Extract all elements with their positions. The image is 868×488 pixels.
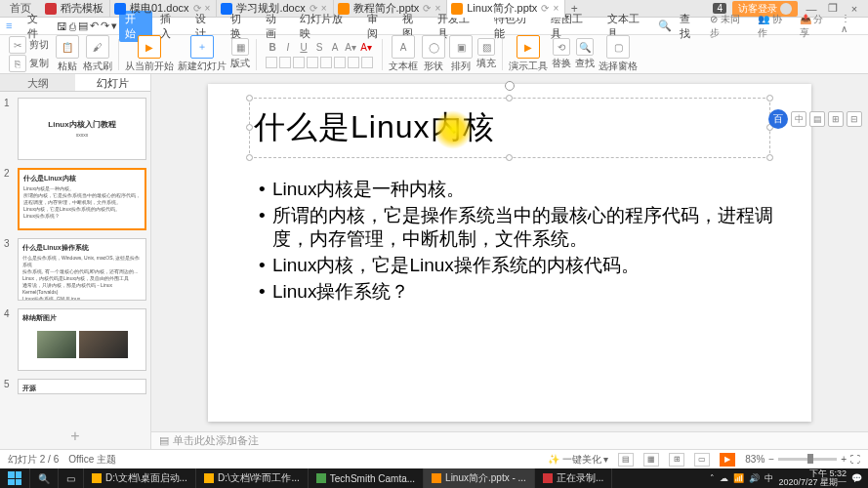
outline-tab[interactable]: 大纲	[0, 74, 75, 91]
paste-button[interactable]: 📋粘贴	[56, 35, 79, 73]
slide-canvas[interactable]: 什么是Linux内核 Linux内核是一种内核。 所谓的内核，它是操作系统当中的…	[208, 84, 811, 422]
resize-handle[interactable]	[246, 95, 253, 102]
translate-icon[interactable]: 中	[791, 111, 806, 127]
taskbar-item[interactable]: Linux简介.pptx - ...	[424, 468, 535, 488]
clock[interactable]: 下午 5:322020/7/27 星期一	[778, 469, 847, 487]
taskbar-item[interactable]: TechSmith Camta...	[309, 468, 424, 488]
normal-view-icon[interactable]: ▦	[643, 453, 659, 467]
underline-button[interactable]: U	[297, 40, 310, 54]
bold-button[interactable]: B	[266, 40, 279, 54]
show-tools-button[interactable]: ▶演示工具	[509, 35, 548, 73]
pin-icon[interactable]: ⟳	[193, 3, 201, 14]
align-left-icon[interactable]	[266, 57, 277, 68]
doctab-template[interactable]: 稻壳模板	[41, 0, 110, 18]
rotate-handle[interactable]	[505, 81, 515, 91]
taskview-icon[interactable]: ▭	[59, 468, 84, 488]
align-right-icon[interactable]	[293, 57, 305, 68]
canvas-scroll[interactable]: 什么是Linux内核 Linux内核是一种内核。 所谓的内核，它是操作系统当中的…	[151, 74, 868, 431]
doctab-4[interactable]: Linux简介.pptx⟳×	[447, 0, 565, 18]
qat-redo-icon[interactable]: ↷	[101, 20, 109, 32]
baidu-icon[interactable]: 百	[768, 109, 788, 129]
tool-icon[interactable]: ▤	[809, 111, 825, 127]
resize-handle[interactable]	[246, 154, 253, 161]
wifi-icon[interactable]: 📶	[733, 473, 744, 483]
pin-icon[interactable]: ⟳	[310, 3, 317, 14]
slide-thumb-4[interactable]: 林纳斯图片	[18, 308, 146, 371]
fit-icon[interactable]: ⛶	[850, 454, 860, 465]
slide-thumb-2[interactable]: 什么是Linux内核 Linux内核是一种内核。所谓的内核，它是操作系统当中的最…	[18, 168, 146, 230]
strike-button[interactable]: S	[312, 40, 326, 54]
bullets-icon[interactable]	[320, 57, 332, 68]
resize-handle[interactable]	[766, 154, 773, 161]
notes-pane[interactable]: ▤单击此处添加备注	[151, 431, 868, 449]
pin-icon[interactable]: ⟳	[541, 3, 549, 14]
zoom-in-icon[interactable]: +	[841, 454, 847, 465]
slide-thumb-1[interactable]: Linux内核入门教程xxxxx	[18, 98, 146, 160]
indent-dec-icon[interactable]	[348, 57, 359, 68]
system-tray[interactable]: ˄ ☁ 📶 🔊 中 下午 5:322020/7/27 星期一 💬	[710, 469, 868, 487]
volume-icon[interactable]: 🔊	[749, 473, 760, 483]
font-color-button[interactable]: A▾	[359, 40, 373, 54]
new-slide-button[interactable]: ＋新建幻灯片	[178, 35, 227, 73]
search-icon-taskbar[interactable]: 🔍	[30, 468, 59, 488]
search-icon[interactable]: 🔍	[658, 20, 672, 32]
resize-handle[interactable]	[766, 95, 773, 102]
share-button[interactable]: 📤 分享	[800, 13, 834, 40]
layout-button[interactable]: ▦版式	[230, 38, 250, 70]
font-size-button[interactable]: A	[328, 40, 342, 54]
zoom-control[interactable]: 83% − + ⛶	[745, 454, 860, 465]
replace-button[interactable]: ⟲替换	[552, 38, 571, 70]
start-button[interactable]	[0, 468, 30, 488]
sorter-view-icon[interactable]: ⊞	[669, 453, 684, 467]
title-placeholder[interactable]: 什么是Linux内核	[249, 98, 770, 158]
slide-thumb-5[interactable]: 开源	[18, 379, 146, 394]
close-icon[interactable]: ×	[205, 3, 211, 14]
reading-view-icon[interactable]: ▭	[694, 453, 710, 467]
notes-view-icon[interactable]: ▤	[618, 453, 634, 467]
select-pane-button[interactable]: ▢选择窗格	[599, 35, 638, 73]
sync-status[interactable]: ⊘ 未同步	[710, 13, 750, 40]
fill-button[interactable]: ▨填充	[476, 38, 496, 70]
qat-save-icon[interactable]: 🖫	[57, 20, 67, 32]
qat-preview-icon[interactable]: ▤	[78, 20, 88, 32]
close-icon[interactable]: ×	[434, 3, 440, 14]
bullet-item[interactable]: 所谓的内核，它是操作系统当中的最核心的程序代码，进程调度，内存管理，中断机制，文…	[259, 204, 776, 252]
thumbnail-list[interactable]: 1 Linux内核入门教程xxxxx 2 什么是Linux内核 Linux内核是…	[0, 92, 150, 424]
shape-button[interactable]: ◯形状	[422, 35, 445, 73]
align-center-icon[interactable]	[279, 57, 291, 68]
beautify-button[interactable]: ✨ 一键美化 ▾	[548, 453, 609, 467]
slides-tab[interactable]: 幻灯片	[75, 74, 150, 91]
slide-body[interactable]: Linux内核是一种内核。 所谓的内核，它是操作系统当中的最核心的程序代码，进程…	[259, 178, 776, 305]
close-icon[interactable]: ×	[321, 3, 327, 14]
taskbar-item[interactable]: D:\文档\桌面启动...	[84, 468, 196, 488]
numbering-icon[interactable]	[334, 57, 346, 68]
tray-chevron-icon[interactable]: ˄	[710, 473, 715, 483]
format-painter-button[interactable]: 🖌格式刷	[83, 35, 112, 73]
find-button[interactable]: 🔍查找	[575, 38, 595, 70]
italic-button[interactable]: I	[281, 40, 295, 54]
taskbar-item[interactable]: D:\文档\学而工作...	[196, 468, 309, 488]
tool-icon[interactable]: ⊟	[847, 111, 862, 127]
more-icon[interactable]: ⋮ ∧	[841, 13, 860, 40]
copy-icon[interactable]: ⎘	[9, 55, 26, 72]
highlight-button[interactable]: A▾	[344, 40, 357, 54]
taskbar-item[interactable]: 正在录制...	[535, 468, 612, 488]
app-menu-icon[interactable]: ≡	[6, 20, 20, 33]
doctab-2[interactable]: 学习规划.docx⟳×	[217, 0, 333, 18]
bullet-item[interactable]: Linux内核，它是Linux操作系统的内核代码。	[259, 254, 776, 278]
qat-undo-icon[interactable]: ↶	[90, 20, 99, 32]
tray-icon[interactable]: ☁	[720, 473, 728, 483]
zoom-slider[interactable]	[778, 458, 837, 461]
doctab-1[interactable]: 模电01.docx⟳×	[110, 0, 217, 18]
ime-icon[interactable]: 中	[765, 472, 773, 485]
slideshow-button[interactable]: ▶	[720, 453, 735, 467]
pin-icon[interactable]: ⟳	[423, 3, 431, 14]
resize-handle[interactable]	[246, 124, 253, 131]
close-icon[interactable]: ×	[553, 3, 558, 14]
doctab-3[interactable]: 教程简介.pptx⟳×	[334, 0, 448, 18]
search-label[interactable]: 查找	[674, 11, 707, 42]
textbox-button[interactable]: A文本框	[389, 35, 418, 73]
resize-handle[interactable]	[506, 95, 513, 102]
slide-title-text[interactable]: 什么是Linux内核	[250, 99, 769, 149]
cut-icon[interactable]: ✂	[9, 36, 26, 54]
